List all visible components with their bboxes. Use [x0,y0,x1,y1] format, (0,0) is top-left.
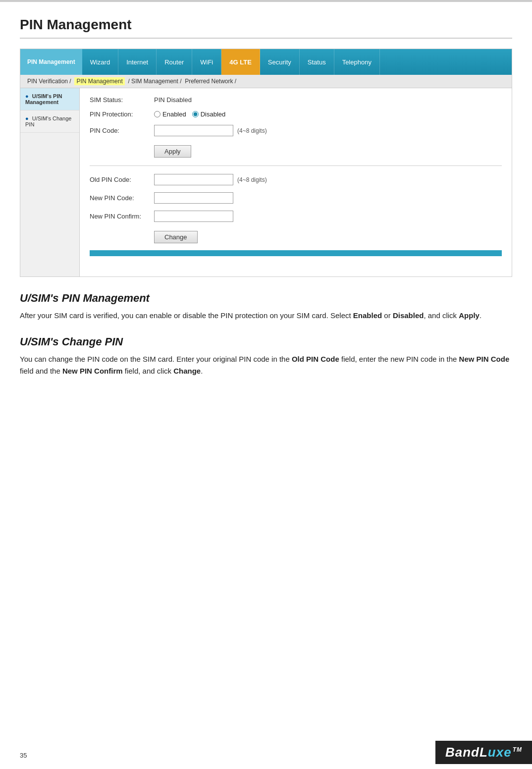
usim-pin-desc-end: , and click [424,311,459,320]
pin-mgmt-form: SIM Status: PIN Disabled PIN Protection:… [90,96,502,158]
bottom-blue-bar [90,250,502,256]
usim-pin-desc-bold2: Disabled [393,311,424,320]
change-desc-bold2: New PIN Code [459,355,510,363]
left-sidebar: ● U/SIM's PIN Management ● U/SIM's Chang… [20,88,80,276]
nav-tabs: Wizard Internet Router WiFi 4G LTE Secur… [82,49,512,75]
page-title: PIN Management [20,17,512,39]
change-desc-mid1: field, enter the new PIN code in the [339,355,459,363]
change-desc-end: field, and click [123,367,174,375]
sim-status-value: PIN Disabled [154,96,192,104]
radio-disabled[interactable] [192,111,199,117]
tab-status[interactable]: Status [300,49,334,75]
usim-change-pin-description: You can change the PIN code on the SIM c… [20,353,512,377]
change-desc-bold4: Change [173,367,201,375]
new-pin-confirm-input[interactable] [154,211,233,222]
new-pin-row: New PIN Code: [90,192,502,204]
change-desc-text1: You can change the PIN code on the SIM c… [20,355,292,363]
new-pin-confirm-row: New PIN Confirm: [90,211,502,222]
tab-4glte[interactable]: 4G LTE [221,49,260,75]
usim-change-pin-heading: U/SIM's Change PIN [20,335,512,348]
change-button[interactable]: Change [154,231,198,243]
tab-telephony[interactable]: Telephony [334,49,380,75]
usim-pin-desc-text1: After your SIM card is verified, you can… [20,311,353,320]
usim-pin-desc-mid: or [382,311,393,320]
radio-enabled[interactable] [154,111,160,117]
usim-pin-mgmt-description: After your SIM card is verified, you can… [20,310,512,322]
radio-enabled-label[interactable]: Enabled [154,110,186,118]
radio-enabled-text: Enabled [162,110,186,118]
old-pin-input[interactable] [154,174,233,185]
sidebar-usim-pin-label: U/SIM's PIN Management [25,93,62,105]
logo: BandLuxeTM [445,745,522,760]
pin-code-label: PIN Code: [90,127,154,134]
logo-tm: TM [513,746,522,753]
new-pin-input[interactable] [154,192,233,204]
usim-pin-desc-bold3: Apply [459,311,479,320]
pin-code-hint: (4~8 digits) [237,127,267,134]
radio-disabled-label[interactable]: Disabled [192,110,226,118]
logo-area: BandLuxeTM [435,741,532,764]
logo-band: BandL [445,745,488,760]
old-pin-hint: (4~8 digits) [237,176,267,183]
sidebar-item-usim-pin-mgmt[interactable]: ● U/SIM's PIN Management [20,88,79,110]
page-number: 35 [20,752,27,759]
pin-protection-radio-group: Enabled Disabled [154,110,225,118]
breadcrumb-pin-verification[interactable]: PIN Verification / [27,78,71,85]
nav-bar: PIN Management Wizard Internet Router Wi… [20,49,512,75]
breadcrumb-preferred-network[interactable]: Preferred Network / [185,78,236,85]
change-pin-form: Old PIN Code: (4~8 digits) New PIN Code:… [90,174,502,243]
change-desc-period: . [201,367,203,375]
content-area: ● U/SIM's PIN Management ● U/SIM's Chang… [20,88,512,276]
sim-status-row: SIM Status: PIN Disabled [90,96,502,104]
breadcrumb: PIN Verification / PIN Management / SIM … [20,75,512,88]
breadcrumb-pin-management[interactable]: PIN Management [74,77,124,85]
radio-disabled-text: Disabled [201,110,226,118]
apply-row: Apply [90,143,502,158]
usim-pin-mgmt-heading: U/SIM's PIN Management [20,292,512,305]
change-row: Change [90,229,502,243]
sidebar-usim-change-label: U/SIM's Change PIN [25,115,71,127]
tab-wifi[interactable]: WiFi [192,49,221,75]
router-ui-box: PIN Management Wizard Internet Router Wi… [20,49,512,277]
new-pin-confirm-label: New PIN Confirm: [90,213,154,220]
change-desc-mid2: field and the [20,367,62,375]
change-desc-bold1: Old PIN Code [292,355,339,363]
tab-internet[interactable]: Internet [118,49,157,75]
right-content: SIM Status: PIN Disabled PIN Protection:… [80,88,512,276]
bullet-icon: ● [25,93,29,99]
pin-code-row: PIN Code: (4~8 digits) [90,125,502,136]
old-pin-row: Old PIN Code: (4~8 digits) [90,174,502,185]
pin-protection-row: PIN Protection: Enabled Disabled [90,110,502,118]
pin-code-input[interactable] [154,125,233,136]
tab-router[interactable]: Router [157,49,192,75]
new-pin-label: New PIN Code: [90,194,154,202]
sidebar-item-usim-change-pin[interactable]: ● U/SIM's Change PIN [20,110,79,133]
section-divider [90,165,502,166]
sim-status-label: SIM Status: [90,96,154,104]
logo-luxe: uxe [488,745,512,760]
bullet-icon-2: ● [25,115,29,121]
nav-pin-management-label: PIN Management [20,49,82,75]
tab-wizard[interactable]: Wizard [82,49,118,75]
pin-protection-label: PIN Protection: [90,110,154,118]
change-desc-bold3: New PIN Confirm [62,367,123,375]
apply-button[interactable]: Apply [154,145,191,158]
tab-security[interactable]: Security [260,49,300,75]
old-pin-label: Old PIN Code: [90,176,154,183]
usim-pin-desc-bold1: Enabled [353,311,382,320]
breadcrumb-sim-management[interactable]: / SIM Management / [128,78,181,85]
usim-pin-desc-period: . [479,311,481,320]
